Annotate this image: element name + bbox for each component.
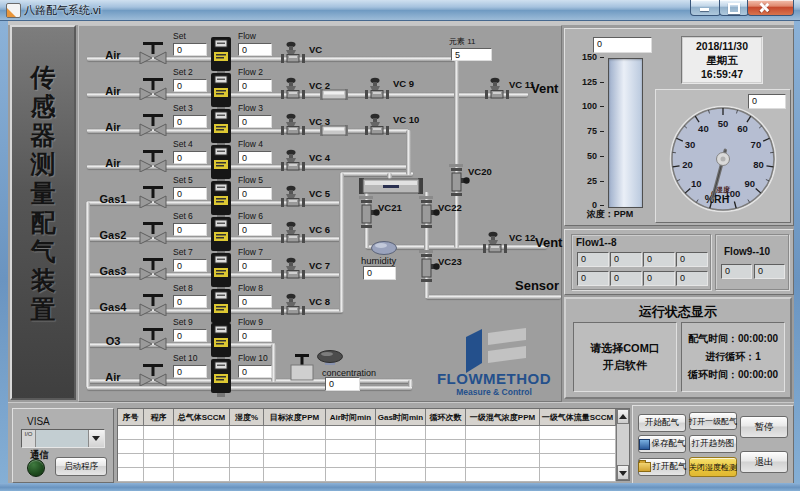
table-cell[interactable] — [326, 426, 376, 440]
save-mixing-button[interactable]: 保存配气 — [638, 435, 686, 453]
table-cell[interactable] — [466, 454, 540, 468]
open-trend-chart-button[interactable]: 打开趋势图 — [689, 435, 737, 453]
table-cell[interactable] — [326, 440, 376, 454]
set-label: Set 4 — [173, 139, 193, 149]
table-cell[interactable] — [144, 454, 174, 468]
table-cell[interactable] — [264, 426, 326, 440]
vc-valve-label: VC 4 — [309, 152, 330, 163]
tank-value-display: 0 — [593, 37, 652, 53]
set-input[interactable]: 0 — [173, 259, 207, 272]
minimize-icon — [700, 8, 709, 11]
set-input[interactable]: 0 — [173, 329, 207, 342]
flow-indicator: 0 — [238, 329, 272, 342]
table-cell[interactable] — [230, 454, 264, 468]
flow-label: Flow 7 — [238, 247, 263, 257]
table-cell[interactable] — [466, 426, 540, 440]
maximize-icon — [728, 3, 740, 14]
table-cell[interactable] — [230, 426, 264, 440]
pipe — [406, 130, 411, 175]
table-cell[interactable] — [376, 454, 426, 468]
table-header-cell: 湿度% — [230, 409, 264, 426]
visa-dropdown-button[interactable] — [88, 430, 104, 447]
table-scrollbar[interactable] — [616, 409, 629, 480]
flow-readout: 0 — [577, 271, 609, 286]
table-cell[interactable] — [174, 454, 230, 468]
manual-valve-icon — [139, 112, 167, 136]
set-input[interactable]: 0 — [173, 151, 207, 164]
table-cell[interactable] — [376, 426, 426, 440]
table-cell[interactable] — [174, 426, 230, 440]
cycle-count-value: 1 — [755, 351, 761, 362]
table-cell[interactable] — [426, 454, 466, 468]
table-cell[interactable] — [466, 440, 540, 454]
minimize-button[interactable] — [690, 0, 721, 16]
table-cell[interactable] — [376, 440, 426, 454]
table-cell[interactable] — [118, 426, 144, 440]
program-table: 序号程序总气体SCCM湿度%目标浓度PPMAir时间minGas时间min循环次… — [117, 408, 630, 481]
visa-resource-combo[interactable]: I/O — [21, 429, 105, 448]
start-mixing-button[interactable]: 开始配气 — [638, 414, 686, 432]
table-cell[interactable] — [326, 454, 376, 468]
flow-readout: 0 — [643, 271, 675, 286]
table-cell[interactable] — [540, 454, 616, 468]
close-button[interactable] — [747, 0, 794, 16]
table-header-cell: 序号 — [118, 409, 144, 426]
set-input[interactable]: 0 — [173, 115, 207, 128]
set-input[interactable]: 0 — [173, 187, 207, 200]
vertical-valve-icon — [358, 196, 380, 232]
table-cell[interactable] — [264, 468, 326, 482]
table-cell[interactable] — [326, 468, 376, 482]
table-cell[interactable] — [426, 426, 466, 440]
flowmethod-logo-icon — [464, 327, 538, 373]
humidity-gauge: 0102030405060708090100湿度 %RH — [657, 100, 787, 220]
table-cell[interactable] — [118, 454, 144, 468]
visa-combo-field[interactable] — [36, 430, 88, 447]
titlebar[interactable]: 八路配气系统.vi — [0, 0, 800, 21]
element11-input[interactable]: 5 — [451, 48, 492, 61]
set-input[interactable]: 0 — [173, 79, 207, 92]
table-cell[interactable] — [144, 426, 174, 440]
filter-icon — [320, 88, 348, 101]
svg-text:30: 30 — [685, 139, 696, 150]
table-cell[interactable] — [230, 468, 264, 482]
table-cell[interactable] — [376, 468, 426, 482]
table-row — [118, 440, 616, 454]
mfc-icon — [211, 289, 231, 327]
table-cell[interactable] — [264, 440, 326, 454]
table-cell[interactable] — [174, 468, 230, 482]
table-cell[interactable] — [118, 468, 144, 482]
table-cell[interactable] — [144, 468, 174, 482]
scroll-up-button[interactable] — [617, 409, 629, 424]
sidebar-title-char: 气 — [12, 237, 74, 266]
table-cell[interactable] — [426, 440, 466, 454]
gas-source-label: Gas3 — [89, 265, 137, 277]
set-input[interactable]: 0 — [173, 43, 207, 56]
mfc-icon — [211, 217, 231, 255]
table-cell[interactable] — [174, 440, 230, 454]
start-program-button[interactable]: 启动程序 — [55, 457, 107, 476]
set-input[interactable]: 0 — [173, 223, 207, 236]
exit-button[interactable]: 退出 — [740, 451, 788, 473]
table-cell[interactable] — [466, 468, 540, 482]
vertical-valve-icon — [418, 196, 440, 232]
svg-text:20: 20 — [682, 159, 693, 170]
open-mixing-button[interactable]: 打开配气 — [638, 458, 686, 476]
table-cell[interactable] — [264, 454, 326, 468]
set-input[interactable]: 0 — [173, 295, 207, 308]
maximize-button[interactable] — [719, 0, 749, 16]
table-cell[interactable] — [118, 440, 144, 454]
sidebar-title-char: 传 — [12, 63, 74, 92]
table-cell[interactable] — [540, 440, 616, 454]
table-cell[interactable] — [426, 468, 466, 482]
open-primary-mixing-button[interactable]: 打开一级配气 — [689, 412, 737, 430]
manual-valve-icon — [139, 362, 167, 386]
close-humidity-detect-button[interactable]: 关闭湿度检测 — [689, 457, 737, 477]
table-cell[interactable] — [144, 440, 174, 454]
set-input[interactable]: 0 — [173, 365, 207, 378]
pause-button[interactable]: 暂停 — [740, 416, 788, 438]
table-cell[interactable] — [230, 440, 264, 454]
gas-source-label: Air — [89, 371, 137, 383]
table-cell[interactable] — [540, 468, 616, 482]
table-cell[interactable] — [540, 426, 616, 440]
scroll-down-button[interactable] — [617, 465, 629, 480]
